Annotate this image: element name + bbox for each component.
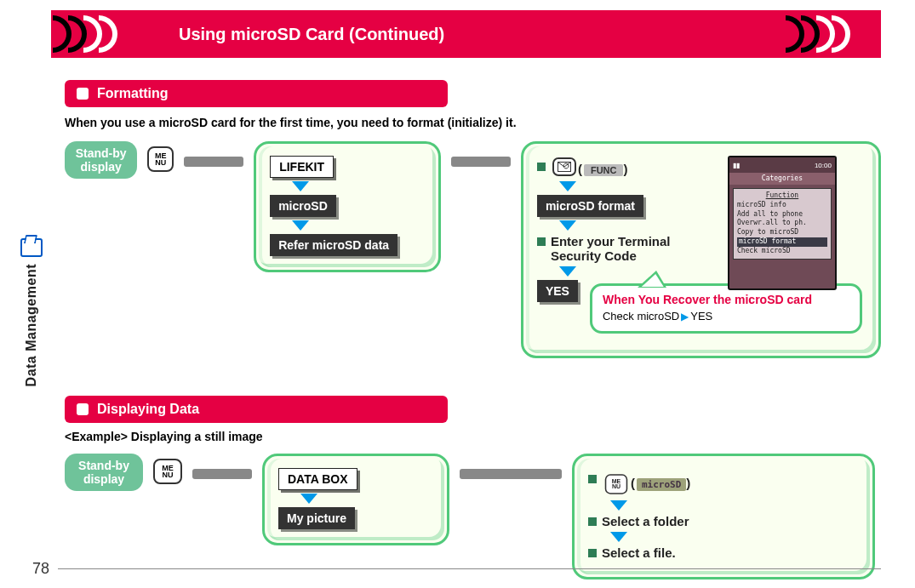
formatting-intro: When you use a microSD card for the firs… bbox=[65, 116, 881, 129]
side-tab-label: Data Management bbox=[24, 264, 39, 386]
header-waves-left bbox=[56, 10, 117, 58]
down-arrow-icon bbox=[559, 181, 576, 191]
section-formatting-label: Formatting bbox=[97, 86, 169, 101]
callout-body: Check microSD▶YES bbox=[603, 310, 849, 323]
bullet-icon bbox=[537, 163, 546, 171]
panel-lifekit: LIFEKIT microSD Refer microSD data bbox=[254, 141, 441, 272]
flow-connector bbox=[451, 157, 511, 167]
flow-connector bbox=[460, 469, 562, 479]
phone-function-menu: Function microSD info Add all to phone O… bbox=[733, 188, 832, 260]
phone-menu-item: microSD info bbox=[737, 201, 786, 208]
example-label: <Example> Displaying a still image bbox=[65, 430, 881, 443]
flow-connector bbox=[184, 157, 243, 167]
header-waves-right bbox=[789, 10, 850, 58]
phone-menu-item: Copy to microSD bbox=[737, 228, 798, 236]
down-arrow-icon bbox=[292, 220, 309, 231]
recover-callout: When You Recover the microSD card Check … bbox=[590, 283, 862, 334]
bullet-icon bbox=[537, 237, 546, 246]
select-file-step: Select a file. bbox=[588, 545, 859, 560]
callout-yes: YES bbox=[690, 310, 712, 323]
footer-rule bbox=[58, 568, 881, 569]
menu-microsd-step: MENU(microSD) bbox=[588, 471, 859, 497]
down-arrow-icon bbox=[610, 532, 627, 542]
down-arrow-icon bbox=[300, 494, 317, 504]
mail-key-icon[interactable] bbox=[552, 157, 576, 176]
signal-icon: ▮▮ bbox=[733, 162, 740, 169]
phone-statusbar: ▮▮10:00 bbox=[729, 157, 835, 173]
section-formatting-pill: Formatting bbox=[65, 80, 448, 107]
right-triangle-icon: ▶ bbox=[681, 311, 689, 323]
down-arrow-icon bbox=[559, 220, 576, 231]
page-title: Using microSD Card (Continued) bbox=[179, 25, 444, 44]
page-number: 78 bbox=[32, 560, 49, 578]
phone-screen-title: Categories bbox=[729, 173, 835, 185]
standby-display-badge: Stand-by display bbox=[65, 454, 143, 491]
phone-clock: 10:00 bbox=[815, 162, 832, 169]
select-folder-step: Select a folder bbox=[588, 514, 859, 528]
phone-menu-item: Check microSD bbox=[737, 247, 791, 254]
menu-button[interactable]: ME NU bbox=[147, 146, 174, 172]
callout-title: When You Recover the microSD card bbox=[603, 293, 849, 306]
callout-pointer-icon bbox=[638, 271, 678, 288]
enter-security-code: Enter your Terminal Security Code bbox=[537, 234, 716, 263]
panel-format-steps: (FUNC) microSD format Enter your Termina… bbox=[521, 141, 881, 358]
panel-databox: DATA BOX My picture bbox=[262, 454, 449, 545]
phone-menu-item-selected: microSD format bbox=[737, 237, 827, 247]
section-displaying-pill: Displaying Data bbox=[65, 396, 448, 423]
menu-button-small[interactable]: MENU bbox=[605, 474, 628, 494]
menu-button-label-bot: NU bbox=[155, 159, 166, 166]
displaying-flow: Stand-by display MENU DATA BOX My pictur… bbox=[65, 454, 881, 579]
step-microsd[interactable]: microSD bbox=[270, 195, 336, 217]
step-data-box[interactable]: DATA BOX bbox=[278, 468, 357, 490]
bullet-icon bbox=[588, 475, 597, 483]
page-header: Using microSD Card (Continued) bbox=[51, 10, 881, 58]
down-arrow-icon bbox=[559, 266, 576, 277]
step-refer-microsd-data[interactable]: Refer microSD data bbox=[270, 234, 397, 256]
folder-open-icon bbox=[20, 238, 43, 257]
bullet-icon bbox=[588, 517, 597, 526]
func-step: (FUNC) bbox=[537, 159, 716, 178]
formatting-flow: Stand-by display ME NU LIFEKIT microSD R… bbox=[65, 141, 881, 358]
down-arrow-icon bbox=[610, 500, 627, 511]
phone-menu-item: Add all to phone bbox=[737, 210, 803, 218]
phone-menu-item: Overwr.all to ph. bbox=[737, 219, 807, 226]
step-lifekit[interactable]: LIFEKIT bbox=[270, 156, 334, 178]
flow-connector bbox=[192, 469, 252, 479]
phone-function-header: Function bbox=[737, 191, 827, 201]
bullet-icon bbox=[588, 549, 597, 557]
side-tab: Data Management bbox=[20, 238, 43, 386]
down-arrow-icon bbox=[292, 181, 309, 191]
step-my-picture[interactable]: My picture bbox=[278, 507, 355, 529]
panel-select-file: MENU(microSD) Select a folder Select a f… bbox=[572, 454, 875, 579]
step-microsd-format[interactable]: microSD format bbox=[537, 195, 643, 217]
section-displaying-label: Displaying Data bbox=[97, 402, 199, 417]
step-yes[interactable]: YES bbox=[537, 280, 578, 302]
func-chip: FUNC bbox=[584, 164, 624, 176]
callout-check-microsd: Check microSD bbox=[603, 310, 679, 323]
phone-screenshot: ▮▮10:00 Categories Function microSD info… bbox=[728, 156, 837, 290]
standby-display-badge: Stand-by display bbox=[65, 141, 137, 179]
microsd-chip: microSD bbox=[637, 478, 686, 491]
menu-button[interactable]: MENU bbox=[153, 459, 182, 484]
